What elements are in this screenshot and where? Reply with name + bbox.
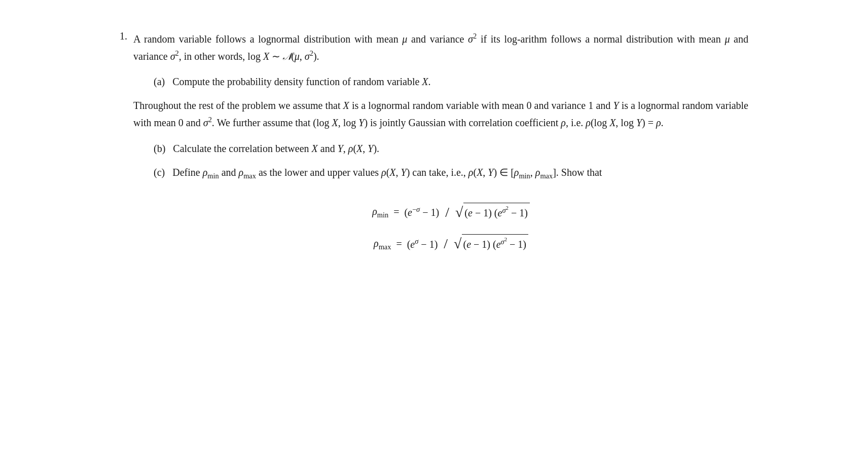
rho-min-sqrt-content: (e − 1) (eσ2 − 1) — [463, 203, 530, 222]
rho-max-sqrt-container: √ (e − 1) (eσ2 − 1) — [454, 234, 528, 253]
rho-min-label: ρmin — [372, 203, 388, 221]
problem-number: 1. — [120, 30, 127, 264]
division-slash-1: / — [445, 205, 449, 219]
problem-content: A random variable follows a lognormal di… — [133, 30, 748, 264]
formula-rho-min: ρmin = (e−σ − 1) / √ (e − 1) (eσ2 − 1) — [372, 203, 530, 222]
sqrt-symbol-2: √ — [454, 237, 461, 251]
division-slash-2: / — [444, 237, 448, 251]
rho-min-sqrt-container: √ (e − 1) (eσ2 − 1) — [455, 203, 530, 222]
part-a-label: (a) — [154, 76, 165, 87]
rho-max-label: ρmax — [374, 235, 391, 253]
part-c-label: (c) — [154, 167, 165, 178]
part-a: (a) Compute the probability density func… — [154, 73, 748, 90]
formula-rho-max: ρmax = (eσ − 1) / √ (e − 1) (eσ2 − 1) — [374, 234, 528, 253]
sqrt-symbol-1: √ — [455, 205, 463, 219]
part-b-label: (b) — [154, 143, 165, 154]
equals-sign-2: = — [396, 236, 402, 252]
intro-paragraph: A random variable follows a lognormal di… — [133, 30, 748, 64]
rho-max-sqrt-content: (e − 1) (eσ2 − 1) — [462, 234, 528, 253]
equals-sign-1: = — [393, 204, 399, 220]
problem-item-1: 1. A random variable follows a lognormal… — [120, 30, 748, 264]
page-container: 1. A random variable follows a lognormal… — [79, 0, 789, 309]
part-b: (b) Calculate the correlation between X … — [154, 140, 748, 157]
rho-max-numerator: (eσ − 1) — [407, 236, 438, 253]
part-c: (c) Define ρmin and ρmax as the lower an… — [154, 164, 748, 254]
rho-min-numerator: (e−σ − 1) — [404, 204, 439, 221]
math-display: ρmin = (e−σ − 1) / √ (e − 1) (eσ2 − 1) — [154, 203, 748, 254]
body-paragraph: Throughout the rest of the problem we as… — [133, 97, 748, 131]
